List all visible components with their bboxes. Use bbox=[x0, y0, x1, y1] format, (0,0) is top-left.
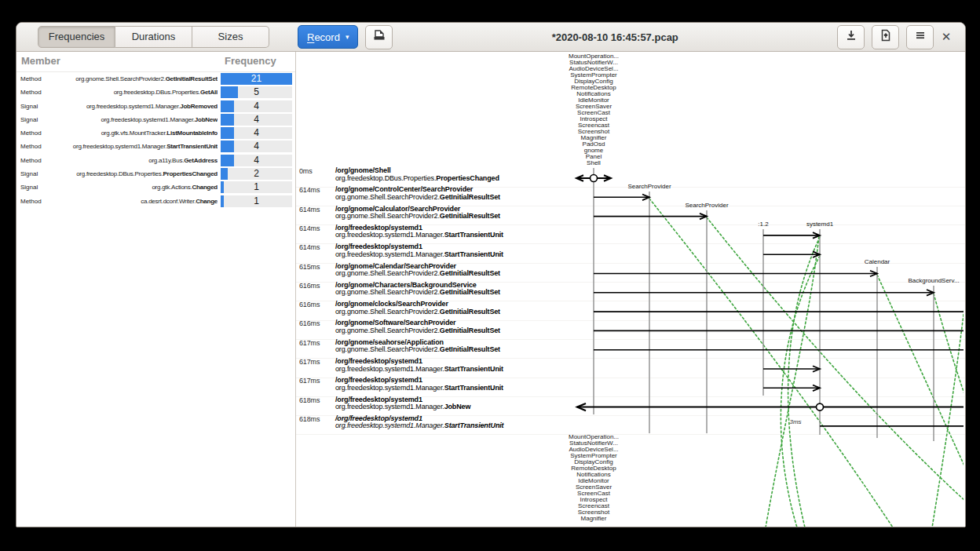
list-item[interactable]: 614ms/org/gnome/Calculator/SearchProvide… bbox=[296, 206, 965, 221]
main-content: Member Frequency Methodorg.gnome.Shell.S… bbox=[16, 52, 965, 527]
list-item[interactable]: 617ms/org/freedesktop/systemd1org.freede… bbox=[296, 358, 965, 373]
message-timestamp: 614ms bbox=[299, 187, 320, 195]
frequency-count: 1 bbox=[221, 195, 292, 207]
member-name: org.gtk.Actions.Changed bbox=[60, 184, 218, 191]
member-name: org.a11y.Bus.GetAddress bbox=[60, 157, 218, 164]
table-row[interactable]: Methodorg.a11y.Bus.GetAddress4 bbox=[16, 154, 295, 167]
record-button[interactable]: Record ▾ bbox=[298, 25, 358, 49]
download-button[interactable] bbox=[837, 25, 865, 49]
message-timestamp: 617ms bbox=[299, 359, 320, 367]
table-row[interactable]: Methodorg.freedesktop.DBus.Properties.Ge… bbox=[16, 86, 295, 99]
list-item[interactable]: 617ms/org/gnome/seahorse/Applicationorg.… bbox=[296, 339, 965, 354]
message-member: org.gnome.Shell.SearchProvider2.GetIniti… bbox=[335, 327, 965, 335]
table-row[interactable]: Signalorg.freedesktop.DBus.Properties.Pr… bbox=[16, 167, 295, 181]
save-as-button[interactable] bbox=[872, 25, 899, 49]
list-item[interactable]: 617ms/org/freedesktop/systemd1org.freede… bbox=[296, 377, 965, 392]
frequency-panel: Member Frequency Methodorg.gnome.Shell.S… bbox=[16, 52, 296, 527]
table-row[interactable]: Methodca.desrt.dconf.Writer.Change1 bbox=[16, 195, 295, 208]
lifeline-label-stack-bottom: MountOperation...StatusNotifierW...Audio… bbox=[437, 434, 751, 522]
list-item[interactable]: 614ms/org/freedesktop/systemd1org.freede… bbox=[296, 224, 965, 239]
open-file-button[interactable] bbox=[365, 25, 393, 49]
message-member: org.gnome.Shell.SearchProvider2.GetIniti… bbox=[335, 308, 965, 316]
message-kind: Method bbox=[20, 143, 42, 150]
list-item[interactable]: 615ms/org/gnome/Calendar/SearchProvidero… bbox=[296, 263, 965, 278]
message-member: org.freedesktop.systemd1.Manager.StartTr… bbox=[335, 422, 965, 430]
window-title: *2020-08-10 16:45:57.pcap bbox=[393, 31, 837, 43]
tab-sizes[interactable]: Sizes bbox=[192, 26, 269, 48]
message-member: org.freedesktop.systemd1.Manager.StartTr… bbox=[335, 366, 965, 374]
table-row[interactable]: Signalorg.freedesktop.systemd1.Manager.J… bbox=[16, 100, 295, 113]
frequency-count: 4 bbox=[221, 100, 292, 112]
header-bar: Frequencies Durations Sizes Record ▾ *20… bbox=[16, 23, 965, 52]
column-header-frequency[interactable]: Frequency bbox=[225, 55, 276, 67]
list-item[interactable]: 0ms/org/gnome/Shellorg.freedesktop.DBus.… bbox=[296, 167, 965, 182]
message-kind: Method bbox=[20, 130, 42, 137]
frequency-count: 2 bbox=[221, 168, 292, 180]
frequency-count: 4 bbox=[221, 155, 292, 166]
table-row[interactable]: Signalorg.freedesktop.systemd1.Manager.J… bbox=[16, 113, 295, 126]
close-button[interactable]: ✕ bbox=[934, 25, 959, 49]
table-header: Member Frequency bbox=[16, 52, 295, 72]
message-timestamp: 616ms bbox=[299, 320, 320, 328]
chevron-down-icon: ▾ bbox=[346, 34, 349, 41]
frequency-count: 1 bbox=[221, 181, 292, 193]
frequency-count: 4 bbox=[221, 140, 292, 152]
member-name: org.gnome.Shell.SearchProvider2.GetIniti… bbox=[60, 75, 218, 82]
message-kind: Signal bbox=[20, 116, 38, 123]
menu-button[interactable] bbox=[906, 25, 934, 49]
list-item[interactable]: 616ms/org/gnome/Software/SearchProvidero… bbox=[296, 319, 965, 334]
list-item[interactable]: 616ms/org/gnome/Characters/BackgroundSer… bbox=[296, 282, 965, 297]
message-timestamp: 615ms bbox=[299, 264, 320, 272]
message-timestamp: 617ms bbox=[299, 378, 320, 385]
menu-icon bbox=[914, 29, 927, 45]
message-member: org.gnome.Shell.SearchProvider2.GetIniti… bbox=[335, 213, 965, 221]
lifeline-label: Magnifier bbox=[437, 516, 751, 522]
open-file-icon bbox=[373, 29, 386, 45]
record-label: Record bbox=[307, 31, 340, 43]
bustle-window: Frequencies Durations Sizes Record ▾ *20… bbox=[16, 22, 966, 527]
list-item[interactable]: 618ms/org/freedesktop/systemd1org.freede… bbox=[296, 396, 965, 411]
message-timestamp: 0ms bbox=[299, 168, 313, 176]
frequency-count: 5 bbox=[221, 86, 292, 98]
table-row[interactable]: Methodorg.gnome.Shell.SearchProvider2.Ge… bbox=[16, 72, 295, 86]
table-row[interactable]: Signalorg.gtk.Actions.Changed1 bbox=[16, 181, 295, 194]
message-timestamp: 618ms bbox=[299, 416, 320, 424]
member-name: org.gtk.vfs.MountTracker.ListMountableIn… bbox=[60, 130, 218, 137]
message-timestamp: 614ms bbox=[299, 244, 320, 252]
list-item[interactable]: 614ms/org/gnome/ControlCenter/SearchProv… bbox=[296, 186, 965, 201]
tab-frequencies[interactable]: Frequencies bbox=[38, 26, 115, 48]
message-timestamp: 617ms bbox=[299, 340, 320, 348]
table-row[interactable]: Methodorg.freedesktop.systemd1.Manager.S… bbox=[16, 140, 295, 153]
frequency-count: 21 bbox=[221, 73, 292, 85]
column-header-member[interactable]: Member bbox=[21, 55, 60, 67]
member-name: org.freedesktop.DBus.Properties.GetAll bbox=[60, 89, 218, 96]
message-kind: Signal bbox=[20, 103, 38, 110]
message-kind: Method bbox=[20, 75, 42, 82]
message-member: org.freedesktop.systemd1.Manager.JobNew bbox=[335, 403, 965, 411]
member-name: org.freedesktop.systemd1.Manager.JobRemo… bbox=[60, 103, 218, 110]
message-kind: Method bbox=[20, 89, 42, 96]
message-timestamp: 614ms bbox=[299, 206, 320, 214]
header-actions: ✕ bbox=[837, 25, 959, 49]
message-timestamp: 616ms bbox=[299, 283, 320, 290]
member-name: org.freedesktop.systemd1.Manager.StartTr… bbox=[60, 143, 218, 150]
list-item[interactable]: 616ms/org/gnome/clocks/SearchProviderorg… bbox=[296, 301, 965, 316]
member-name: org.freedesktop.DBus.Properties.Properti… bbox=[60, 170, 218, 177]
message-member: org.freedesktop.DBus.Properties.Properti… bbox=[335, 175, 965, 183]
list-item[interactable]: 618ms/org/freedesktop/systemd1org.freede… bbox=[296, 415, 965, 430]
message-member: org.gnome.Shell.SearchProvider2.GetIniti… bbox=[335, 270, 965, 278]
message-timestamp: 614ms bbox=[299, 225, 320, 233]
table-row[interactable]: Methodorg.gtk.vfs.MountTracker.ListMount… bbox=[16, 126, 295, 140]
message-kind: Signal bbox=[20, 184, 38, 191]
tab-durations[interactable]: Durations bbox=[115, 26, 192, 48]
frequency-table: Methodorg.gnome.Shell.SearchProvider2.Ge… bbox=[16, 72, 295, 208]
frequency-count: 4 bbox=[221, 127, 292, 139]
message-member: org.freedesktop.systemd1.Manager.StartTr… bbox=[335, 251, 965, 259]
sequence-diagram-panel[interactable]: MountOperation...StatusNotifierW...Audio… bbox=[296, 52, 965, 527]
list-item[interactable]: 614ms/org/freedesktop/systemd1org.freede… bbox=[296, 243, 965, 258]
message-kind: Method bbox=[20, 157, 42, 164]
save-as-icon bbox=[879, 29, 892, 45]
message-member: org.gnome.Shell.SearchProvider2.GetIniti… bbox=[335, 289, 965, 297]
message-kind: Signal bbox=[20, 170, 38, 177]
frequency-count: 4 bbox=[221, 114, 292, 126]
